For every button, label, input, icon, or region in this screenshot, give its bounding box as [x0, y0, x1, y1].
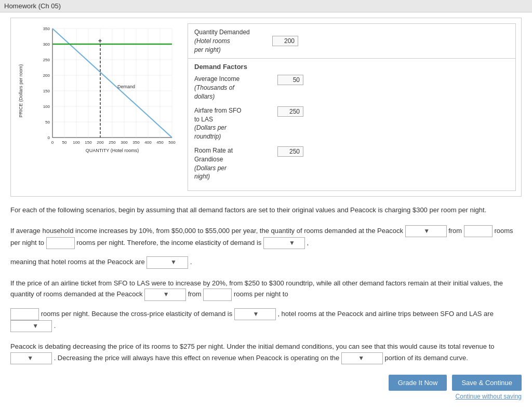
scenario1-meaning-text: meaning that hotel rooms at the Peacock …: [10, 258, 147, 266]
factor-row-income: Average Income(Thousands ofdollars) 50: [194, 75, 509, 101]
factor-row-airfare: Airfare from SFOto LAS(Dollars perroundt…: [194, 106, 509, 141]
svg-text:50: 50: [62, 140, 67, 145]
svg-text:0: 0: [51, 140, 54, 145]
title-bar: Homework (Ch 05): [0, 0, 532, 12]
scenario2-text2: rooms per night. Because the cross-price…: [10, 308, 522, 332]
factor-value-room-rate: 250: [277, 146, 303, 157]
svg-text:150: 150: [43, 89, 50, 93]
demand-factors-title: Demand Factors: [194, 63, 509, 71]
svg-text:400: 400: [144, 140, 152, 145]
chevron-down-icon7: ▼: [27, 353, 33, 363]
svg-text:0: 0: [48, 135, 50, 140]
scenario1-meaning: meaning that hotel rooms at the Peacock …: [10, 256, 522, 268]
scenario3-text: Peacock is debating decreasing the price…: [10, 341, 522, 364]
demand-factors-section: Demand Factors Average Income(Thousands …: [188, 59, 515, 190]
scenario1-dropdown2[interactable]: ▼: [263, 237, 305, 249]
grade-button[interactable]: Grade It Now: [389, 375, 447, 391]
scenario2-input1[interactable]: [203, 289, 232, 300]
svg-text:100: 100: [43, 104, 50, 109]
factor-row-room-rate: Room Rate atGrandiose(Dollars pernight) …: [194, 146, 509, 181]
factor-label-room-rate: Room Rate atGrandiose(Dollars pernight): [194, 146, 272, 181]
scenario2-middle: rooms per night to: [234, 290, 288, 298]
scenario2-text: If the price of an airline ticket from S…: [10, 278, 522, 301]
chart-area: PRICE (Dollars per room): [16, 23, 177, 191]
demand-label: Demand: [117, 84, 135, 89]
svg-text:300: 300: [121, 140, 128, 145]
save-continue-button[interactable]: Save & Continue: [452, 375, 522, 391]
svg-text:150: 150: [85, 140, 92, 145]
y-axis-label: PRICE (Dollars per room): [18, 64, 23, 118]
scenario1-text: If average household income increases by…: [10, 225, 522, 249]
scenario2-from: from: [188, 290, 204, 298]
svg-text:250: 250: [109, 140, 116, 145]
scenario2-input2[interactable]: [10, 308, 39, 320]
chevron-down-icon6: ▼: [32, 321, 38, 331]
chevron-down-icon2: ▼: [289, 238, 295, 248]
scenario1-block: If average household income increases by…: [10, 225, 522, 269]
qd-section: Quantity Demanded(Hotel roomsper night) …: [188, 24, 515, 59]
scenario3-middle: . Decreasing the price will always have …: [54, 354, 341, 362]
scenario3-dropdown2[interactable]: ▼: [341, 352, 383, 364]
scenario1-input1[interactable]: [464, 225, 493, 237]
factor-value-income: 50: [277, 75, 303, 85]
scenario3-dropdown1[interactable]: ▼: [10, 352, 52, 364]
scenario3-before: Peacock is debating decreasing the price…: [10, 342, 495, 350]
scenario2-period: .: [54, 322, 56, 330]
scenario1-period: .: [190, 258, 192, 266]
scenario1-comma: ,: [307, 239, 309, 246]
factor-label-income: Average Income(Thousands ofdollars): [194, 75, 272, 101]
scenario3-block: Peacock is debating decreasing the price…: [10, 341, 522, 364]
qd-value: 200: [272, 36, 298, 46]
scenario1-from: from: [448, 227, 464, 235]
svg-text:250: 250: [43, 58, 50, 62]
scenario-intro: For each of the following scenarios, beg…: [10, 205, 522, 216]
chevron-down-icon8: ▼: [358, 353, 364, 363]
svg-text:200: 200: [43, 73, 50, 78]
chevron-down-icon3: ▼: [170, 257, 177, 267]
scenario2-block: If the price of an airline ticket from S…: [10, 278, 522, 332]
scenario3-after: portion of its demand curve.: [385, 354, 468, 362]
svg-text:100: 100: [73, 140, 80, 145]
svg-text:+: +: [98, 37, 102, 45]
scenario1-after1: rooms per night. Therefore, the income e…: [76, 239, 263, 246]
chevron-down-icon4: ▼: [163, 290, 169, 299]
chevron-down-icon5: ▼: [252, 309, 259, 319]
scenario1-dropdown3[interactable]: ▼: [147, 256, 188, 268]
svg-text:450: 450: [156, 140, 164, 145]
svg-text:300: 300: [43, 42, 50, 47]
scenario2-after2: , hotel rooms at the Peacock and airline…: [277, 310, 494, 318]
scenario2-after1: rooms per night. Because the cross-price…: [41, 310, 234, 318]
page-title: Homework (Ch 05): [4, 2, 61, 10]
svg-text:200: 200: [97, 140, 104, 145]
svg-text:50: 50: [45, 120, 50, 125]
scenario1-before: If average household income increases by…: [10, 227, 405, 235]
scenario1-input2[interactable]: [46, 237, 75, 249]
svg-text:500: 500: [168, 140, 176, 145]
scenario2-dropdown3[interactable]: ▼: [10, 320, 52, 332]
continue-without-saving-link[interactable]: Continue without saving: [456, 393, 522, 400]
scenario2-dropdown1[interactable]: ▼: [144, 289, 186, 300]
svg-text:350: 350: [132, 140, 140, 145]
qd-label: Quantity Demanded(Hotel roomsper night): [194, 28, 267, 54]
scenario1-dropdown1[interactable]: ▼: [405, 225, 447, 237]
bottom-buttons-area: Grade It Now Save & Continue Continue wi…: [10, 375, 522, 400]
button-row: Grade It Now Save & Continue: [389, 375, 522, 391]
right-panel: Quantity Demanded(Hotel roomsper night) …: [188, 23, 516, 191]
scenario2-dropdown2[interactable]: ▼: [234, 308, 276, 320]
chevron-down-icon: ▼: [423, 226, 430, 236]
factor-value-airfare: 250: [277, 106, 303, 117]
factor-label-airfare: Airfare from SFOto LAS(Dollars perroundt…: [194, 106, 272, 141]
svg-text:QUANTITY (Hotel rooms): QUANTITY (Hotel rooms): [86, 148, 139, 153]
svg-text:350: 350: [43, 26, 50, 31]
